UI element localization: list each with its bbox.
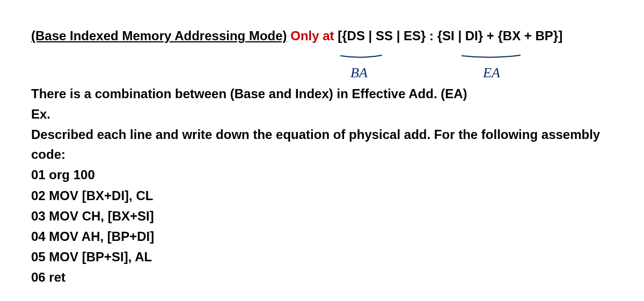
handwritten-annotations-row: BA EA bbox=[31, 50, 613, 83]
body-line-2: Ex. bbox=[31, 104, 613, 124]
code-line-4: 04 MOV AH, [BP+DI] bbox=[31, 226, 613, 246]
code-line-5: 05 MOV [BP+SI], AL bbox=[31, 247, 613, 267]
heading-line: (Base Indexed Memory Addressing Mode) On… bbox=[31, 27, 613, 45]
annotation-ea: EA bbox=[483, 65, 500, 81]
heading-title: (Base Indexed Memory Addressing Mode) bbox=[31, 28, 287, 43]
code-line-3: 03 MOV CH, [BX+SI] bbox=[31, 206, 613, 226]
heading-onlyat: Only at bbox=[287, 28, 338, 43]
underline-mark-1-icon bbox=[340, 54, 382, 58]
code-line-6: 06 ret bbox=[31, 267, 613, 287]
body-line-1: There is a combination between (Base and… bbox=[31, 84, 613, 104]
underline-mark-2-icon bbox=[462, 54, 521, 58]
code-line-1: 01 org 100 bbox=[31, 165, 613, 185]
formula-ea-part: {SI | DI} + {BX + BP} bbox=[437, 28, 558, 43]
document-page: (Base Indexed Memory Addressing Mode) On… bbox=[0, 0, 644, 298]
body-text: There is a combination between (Base and… bbox=[31, 84, 613, 288]
formula-rbracket: ] bbox=[558, 28, 562, 43]
annotation-ba: BA bbox=[350, 65, 368, 81]
code-line-2: 02 MOV [BX+DI], CL bbox=[31, 186, 613, 205]
formula-colon: : bbox=[426, 28, 437, 43]
body-line-3: Described each line and write down the e… bbox=[31, 124, 613, 164]
formula-segment-part: {DS | SS | ES} bbox=[342, 28, 426, 43]
